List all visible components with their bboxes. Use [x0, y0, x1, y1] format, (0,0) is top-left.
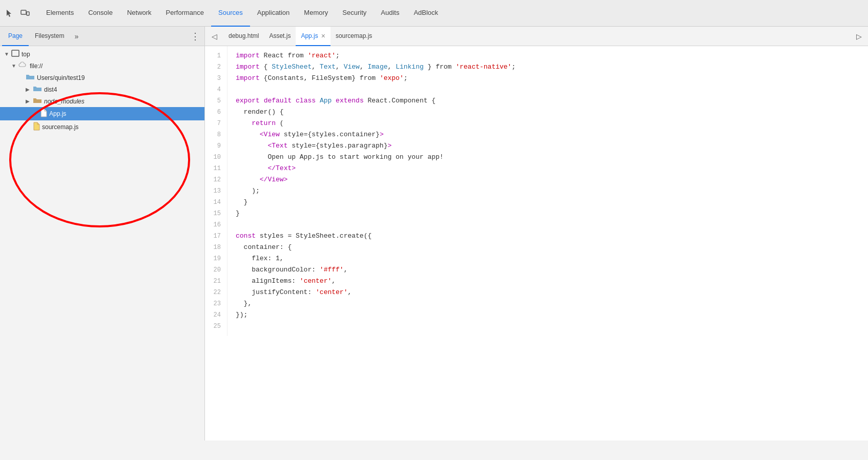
token: Text — [320, 63, 336, 71]
cursor-icon[interactable] — [4, 8, 15, 19]
tab-back-button[interactable]: ◁ — [207, 29, 221, 44]
code-tab-debug[interactable]: debug.html — [223, 27, 264, 46]
token: } — [236, 198, 247, 206]
svg-rect-0 — [21, 10, 26, 14]
devices-icon[interactable] — [19, 8, 31, 19]
nav-tab-application[interactable]: Application — [250, 0, 297, 27]
code-line-7: return ( — [236, 118, 868, 129]
code-tab-asset[interactable]: Asset.js — [264, 27, 296, 46]
source-tab-filesystem[interactable]: Filesystem — [29, 27, 70, 46]
nav-tab-elements[interactable]: Elements — [39, 0, 81, 27]
nav-tab-memory[interactable]: Memory — [297, 0, 335, 27]
tree-item-users[interactable]: Users/quin/test19 — [0, 72, 204, 83]
folder-icon — [26, 73, 35, 82]
nav-tab-audits[interactable]: Audits — [374, 0, 406, 27]
nav-tab-security[interactable]: Security — [335, 0, 374, 27]
line-number-7: 7 — [209, 118, 221, 129]
nav-tab-network[interactable]: Network — [120, 0, 159, 27]
token: Linking — [396, 63, 424, 71]
source-panel-tabs: Page Filesystem » ⋮ — [0, 27, 204, 46]
token — [260, 97, 264, 104]
nav-tab-sources[interactable]: Sources — [211, 0, 250, 27]
line-number-12: 12 — [209, 174, 221, 185]
line-number-14: 14 — [209, 197, 221, 208]
tree-item-sourcemapjs[interactable]: sourcemap.js — [0, 120, 204, 134]
code-line-13: ); — [236, 185, 868, 197]
token: import — [236, 52, 260, 59]
token: > — [387, 142, 391, 150]
token: }, — [236, 300, 252, 307]
nav-tab-performance[interactable]: Performance — [159, 0, 211, 27]
more-tabs-button[interactable]: » — [70, 32, 82, 40]
code-line-8: <View style={styles.container}> — [236, 129, 868, 140]
code-tab-appjs[interactable]: App.js× — [296, 27, 330, 46]
token: React — [260, 52, 288, 59]
tree-item-top[interactable]: ▼top — [0, 48, 204, 60]
svg-rect-2 — [12, 50, 19, 56]
line-number-21: 21 — [209, 276, 221, 287]
code-editor[interactable]: 1234567891011121314151617181920212223242… — [205, 46, 868, 441]
code-line-2: import { StyleSheet, Text, View, Image, … — [236, 61, 868, 73]
line-number-25: 25 — [209, 321, 221, 332]
code-line-9: <Text style={styles.paragraph}> — [236, 140, 868, 152]
line-number-2: 2 — [209, 61, 221, 73]
tree-label-node_modules: node_modules — [44, 98, 85, 105]
tree-label-top: top — [22, 51, 30, 58]
nav-tab-adblock[interactable]: AdBlock — [406, 0, 445, 27]
token: Open up App.js to start working on your … — [236, 153, 444, 161]
tree-item-node_modules[interactable]: ▶node_modules — [0, 95, 204, 107]
tree-item-file[interactable]: ▼file:// — [0, 60, 204, 72]
tree-label-users: Users/quin/test19 — [37, 74, 85, 81]
token: 'center' — [316, 288, 347, 296]
code-tab-close-appjs[interactable]: × — [321, 32, 325, 40]
token: React.Component { — [364, 97, 436, 104]
devtools-icons — [4, 8, 31, 19]
token: 'react' — [307, 52, 336, 59]
token — [376, 74, 380, 82]
source-tab-page[interactable]: Page — [2, 27, 29, 46]
line-numbers: 1234567891011121314151617181920212223242… — [205, 46, 228, 336]
code-line-12: </View> — [236, 174, 868, 185]
code-line-15: } — [236, 208, 868, 219]
token: { — [260, 63, 272, 71]
line-number-8: 8 — [209, 129, 221, 140]
panel-menu-button[interactable]: ⋮ — [188, 29, 202, 44]
code-panel: ◁ debug.htmlAsset.jsApp.js×sourcemap.js … — [205, 27, 868, 441]
code-tab-sourcemap[interactable]: sourcemap.js — [330, 27, 377, 46]
token: , — [347, 288, 352, 296]
token: <View — [260, 131, 280, 138]
tree-label-dist4: dist4 — [44, 86, 57, 93]
token: 'react-native' — [456, 63, 511, 71]
folder-icon — [33, 85, 42, 94]
tree-item-dist4[interactable]: ▶dist4 — [0, 83, 204, 95]
line-number-13: 13 — [209, 185, 221, 197]
code-line-1: import React from 'react'; — [236, 50, 868, 61]
cloud-icon — [18, 61, 28, 70]
code-line-23: }, — [236, 298, 868, 309]
sidebar: Page Filesystem » ⋮ ▼top▼file://Users/qu… — [0, 27, 205, 441]
code-line-4 — [236, 84, 868, 95]
tree-item-appjs[interactable]: App.js — [0, 107, 204, 120]
code-line-11: </Text> — [236, 163, 868, 174]
nav-tabs: ElementsConsoleNetworkPerformanceSources… — [39, 0, 445, 26]
line-number-24: 24 — [209, 309, 221, 321]
token: </Text> — [267, 164, 296, 172]
line-number-5: 5 — [209, 95, 221, 107]
tree-label-appjs: App.js — [49, 110, 66, 117]
nav-tab-console[interactable]: Console — [81, 0, 120, 27]
code-line-14: } — [236, 197, 868, 208]
code-line-25 — [236, 321, 868, 332]
token: return — [252, 119, 276, 127]
tree-arrow-file: ▼ — [11, 63, 18, 69]
token: from — [287, 52, 303, 59]
token — [236, 119, 252, 127]
tree-arrow-top: ▼ — [4, 51, 11, 57]
code-line-21: alignItems: 'center', — [236, 276, 868, 287]
token: from — [436, 63, 451, 71]
token: View — [344, 63, 360, 71]
top-nav: ElementsConsoleNetworkPerformanceSources… — [0, 0, 868, 27]
token: {Constants, FileSystem} — [260, 74, 360, 82]
token: StyleSheet — [272, 63, 312, 71]
token: class — [296, 97, 316, 104]
tab-forward-button[interactable]: ▷ — [852, 29, 866, 44]
